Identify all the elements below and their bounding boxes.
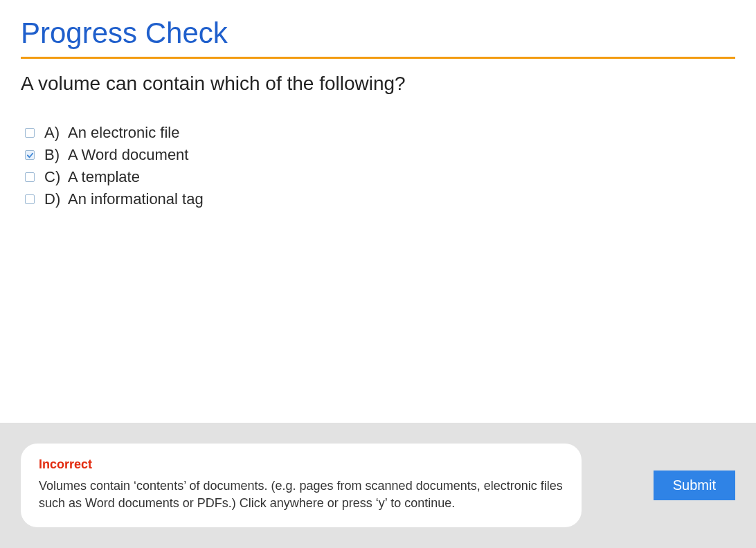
- page-title: Progress Check: [21, 17, 735, 50]
- options-list: A) An electronic file B) A Word document…: [21, 124, 735, 208]
- option-c-label: C) A template: [44, 168, 140, 186]
- footer-area: Incorrect Volumes contain ‘contents’ of …: [0, 423, 756, 548]
- checkbox-d[interactable]: [25, 194, 35, 204]
- option-b[interactable]: B) A Word document: [25, 146, 735, 164]
- checkbox-b[interactable]: [25, 150, 35, 160]
- checkbox-a[interactable]: [25, 128, 35, 138]
- option-c[interactable]: C) A template: [25, 168, 735, 186]
- option-a-label: A) An electronic file: [44, 124, 179, 142]
- option-a[interactable]: A) An electronic file: [25, 124, 735, 142]
- option-b-label: B) A Word document: [44, 146, 188, 164]
- option-d-label: D) An informational tag: [44, 190, 204, 208]
- feedback-title: Incorrect: [39, 457, 564, 472]
- feedback-panel: Incorrect Volumes contain ‘contents’ of …: [21, 444, 582, 527]
- feedback-text: Volumes contain ‘contents’ of documents.…: [39, 477, 564, 512]
- title-divider: [21, 57, 735, 59]
- checkbox-c[interactable]: [25, 172, 35, 182]
- submit-button[interactable]: Submit: [654, 471, 735, 500]
- question-text: A volume can contain which of the follow…: [21, 73, 735, 95]
- option-d[interactable]: D) An informational tag: [25, 190, 735, 208]
